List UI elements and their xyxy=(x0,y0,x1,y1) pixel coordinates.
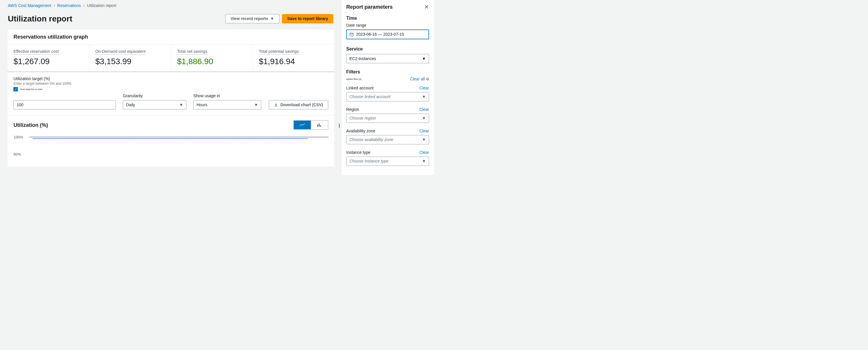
granularity-select[interactable]: Daily ▼ xyxy=(123,100,187,109)
line-chart-toggle[interactable] xyxy=(294,121,311,129)
caret-down-icon: ▼ xyxy=(422,159,426,164)
svg-rect-3 xyxy=(350,33,353,36)
caret-down-icon: ▼ xyxy=(422,116,426,121)
show-target-checkbox[interactable]: ✓ xyxy=(13,87,18,91)
caret-down-icon: ▼ xyxy=(254,103,258,107)
az-label: Availability zone xyxy=(346,129,375,134)
metric-value-effective-cost: $1,267.09 xyxy=(13,57,83,66)
view-recent-reports-button[interactable]: View recent reports ▼ xyxy=(225,14,280,23)
breadcrumb: AWS Cost Management › Reservations › Uti… xyxy=(0,0,341,9)
filters-section-title: Filters xyxy=(346,69,429,75)
region-select[interactable]: Choose region ▼ xyxy=(346,114,429,123)
usage-label: Show usage in xyxy=(193,93,261,98)
line-chart-icon xyxy=(300,123,305,127)
svg-rect-1 xyxy=(319,124,320,127)
card-title: Reservations utilization graph xyxy=(13,34,329,40)
close-icon[interactable]: ✕ xyxy=(424,4,429,10)
clear-all-link[interactable]: Clear all xyxy=(410,77,425,82)
linked-account-select[interactable]: Choose linked account ▼ xyxy=(346,92,429,101)
metric-label-effective-cost: Effective reservation cost xyxy=(13,49,59,55)
metric-label-net-savings: Total net savings xyxy=(177,49,207,55)
panel-resize-handle[interactable]: || xyxy=(339,123,339,128)
svg-rect-0 xyxy=(317,125,318,127)
y-tick-80: 80% xyxy=(13,152,21,157)
metric-label-potential: Total potential savings xyxy=(259,49,299,55)
utilization-target-hint: Enter a target between 0% and 100% xyxy=(13,82,329,86)
utilization-target-input[interactable]: 100 xyxy=(13,100,116,109)
show-target-label: Show target line on chart xyxy=(20,88,42,91)
bar-chart-icon xyxy=(317,123,322,127)
utilization-line xyxy=(33,139,308,139)
save-report-button[interactable]: Save to report library xyxy=(282,14,333,23)
metric-value-potential: $1,916.94 xyxy=(259,57,328,66)
svg-rect-2 xyxy=(320,125,321,127)
usage-select[interactable]: Hours ▼ xyxy=(193,100,261,109)
caret-down-icon: ▼ xyxy=(422,138,426,142)
service-section-title: Service xyxy=(346,47,429,52)
page-title: Utilization report xyxy=(8,14,72,24)
chevron-right-icon: › xyxy=(83,3,85,8)
applied-filters-count: Applied filters (0) xyxy=(346,78,362,80)
caret-down-icon: ▼ xyxy=(422,95,426,99)
calendar-icon xyxy=(349,32,354,36)
breadcrumb-reservations[interactable]: Reservations xyxy=(57,3,81,8)
date-range-label: Date range xyxy=(346,23,429,28)
metric-value-ondemand: $3,153.99 xyxy=(95,57,164,66)
clear-region[interactable]: Clear xyxy=(420,107,429,112)
instance-type-select[interactable]: Choose instance type ▼ xyxy=(346,157,429,166)
target-line xyxy=(30,137,329,138)
date-range-input[interactable]: 2023-06-16 — 2023-07-15 xyxy=(346,30,429,39)
chart-title: Utilization (%) xyxy=(13,122,48,128)
chevron-right-icon: › xyxy=(54,3,55,8)
instance-type-label: Instance type xyxy=(346,150,370,155)
metric-label-ondemand: On-Demand cost equivalent xyxy=(95,49,146,55)
download-csv-button[interactable]: Download chart (CSV) xyxy=(269,100,328,109)
breadcrumb-root[interactable]: AWS Cost Management xyxy=(8,3,51,8)
view-recent-label: View recent reports xyxy=(230,16,268,21)
side-panel-title: Report parameters xyxy=(346,4,393,10)
time-section-title: Time xyxy=(346,16,429,21)
bar-chart-toggle[interactable] xyxy=(311,121,328,129)
granularity-label: Granularity xyxy=(123,93,187,98)
chart-type-toggle xyxy=(293,120,329,130)
linked-account-label: Linked account xyxy=(346,86,374,91)
caret-down-icon: ▼ xyxy=(270,16,274,21)
download-icon xyxy=(274,103,278,107)
utilization-target-label: Utilization target (%) xyxy=(13,76,329,81)
breadcrumb-current: Utilization report xyxy=(87,3,116,8)
clear-az[interactable]: Clear xyxy=(420,129,429,134)
utilization-chart: 100% 80% xyxy=(13,135,329,161)
clear-instance-type[interactable]: Clear xyxy=(420,150,429,155)
region-label: Region xyxy=(346,107,359,112)
clear-linked-account[interactable]: Clear xyxy=(420,86,429,91)
caret-down-icon: ▼ xyxy=(179,103,183,107)
caret-down-icon: ▼ xyxy=(422,56,426,61)
az-select[interactable]: Choose availability zone ▼ xyxy=(346,135,429,145)
metric-value-net-savings: $1,886.90 xyxy=(177,57,246,66)
y-tick-100: 100% xyxy=(13,135,23,140)
service-select[interactable]: EC2-Instances ▼ xyxy=(346,54,429,63)
gear-icon[interactable]: ⚙ xyxy=(426,77,429,81)
